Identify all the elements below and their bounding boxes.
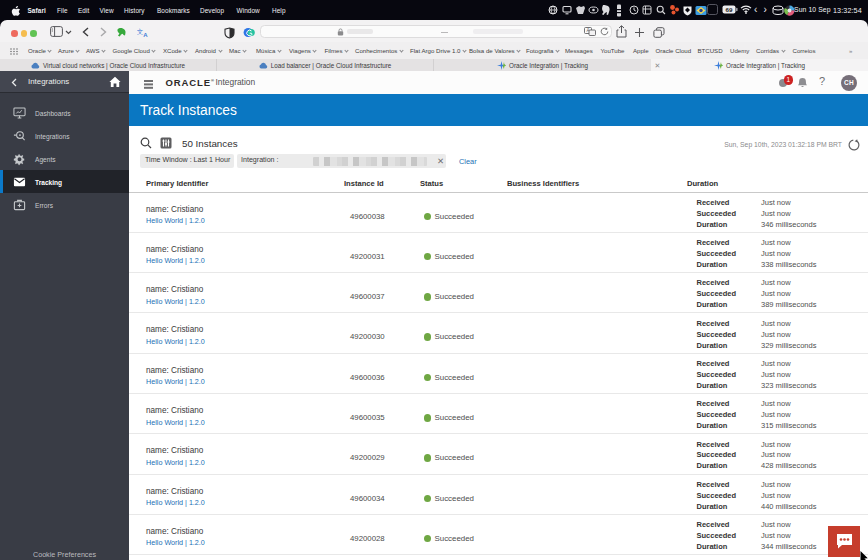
svg-text:69: 69 [726, 6, 733, 13]
svg-text:A: A [143, 32, 148, 38]
